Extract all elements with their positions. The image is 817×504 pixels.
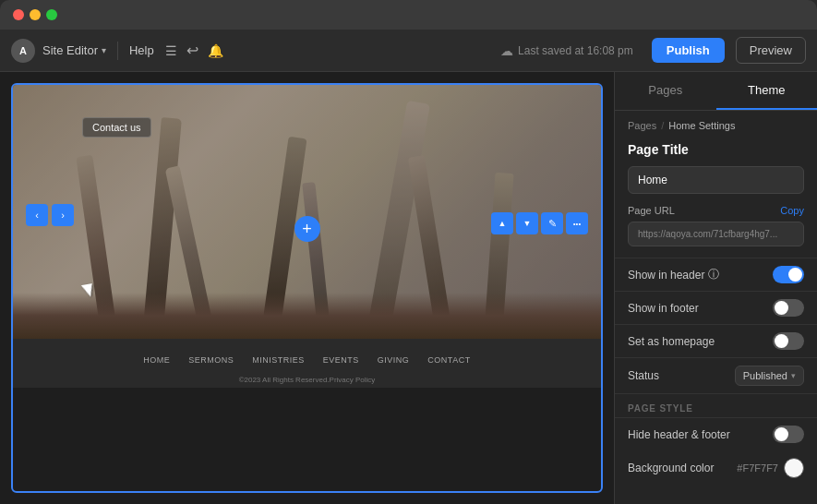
publish-button[interactable]: Publish: [652, 38, 725, 63]
breadcrumb: Pages / Home Settings: [615, 111, 817, 137]
show-in-header-toggle[interactable]: [773, 266, 804, 283]
background-color-swatch[interactable]: [784, 458, 804, 478]
status-row: Status Published ▾: [615, 357, 817, 393]
panel-tabs: Pages Theme: [615, 72, 817, 111]
hide-header-footer-row: Hide header & footer: [615, 417, 817, 450]
page-url-input[interactable]: [628, 222, 804, 246]
footer-nav-ministries[interactable]: MINISTRIES: [252, 355, 305, 365]
more-button[interactable]: •••: [566, 212, 588, 234]
help-button[interactable]: Help: [129, 43, 154, 57]
breadcrumb-separator: /: [661, 120, 664, 131]
status-select[interactable]: Published ▾: [735, 366, 804, 386]
url-field-container: [615, 222, 817, 258]
footer-nav-home[interactable]: HOME: [143, 355, 170, 365]
hide-header-footer-label: Hide header & footer: [628, 428, 773, 441]
footer-nav-contact[interactable]: CONTACT: [427, 355, 470, 365]
panel-content: Pages / Home Settings Page Title Page UR…: [615, 111, 817, 504]
saved-text: Last saved at 16:08 pm: [518, 44, 633, 57]
show-in-footer-row: Show in footer: [615, 291, 817, 324]
info-icon: ⓘ: [708, 267, 719, 282]
toggle-slider-homepage[interactable]: [773, 332, 804, 350]
canvas-area: Contact us ‹ › + ▲ ▼ ✎ •••: [0, 72, 614, 504]
hide-header-footer-toggle[interactable]: [773, 426, 804, 443]
cloud-icon: ☁: [500, 43, 513, 58]
block-actions: ▲ ▼ ✎ •••: [491, 212, 588, 234]
maximize-traffic-light[interactable]: [46, 9, 57, 20]
toggle-slider-header[interactable]: [773, 266, 804, 283]
contact-us-button[interactable]: Contact us: [82, 117, 151, 138]
undo-icon[interactable]: ↩: [186, 42, 198, 59]
close-traffic-light[interactable]: [13, 9, 24, 20]
status-chevron: ▾: [791, 371, 796, 380]
page-title-field-group: [615, 166, 817, 205]
move-up-button[interactable]: ▲: [491, 212, 513, 234]
copy-button[interactable]: Copy: [780, 205, 804, 216]
preview-button[interactable]: Preview: [736, 37, 806, 64]
tab-theme[interactable]: Theme: [716, 72, 818, 110]
set-as-homepage-label: Set as homepage: [628, 335, 773, 348]
site-editor-chevron: ▾: [102, 45, 106, 55]
saved-status: ☁ Last saved at 16:08 pm: [500, 43, 633, 58]
move-down-button[interactable]: ▼: [516, 212, 538, 234]
page-style-divider: PAGE STYLE: [615, 393, 817, 417]
title-bar: [0, 0, 817, 30]
footer-nav-sermons[interactable]: SERMONS: [188, 355, 234, 365]
footer-nav-events[interactable]: EVENTS: [323, 355, 359, 365]
list-icon[interactable]: ☰: [165, 43, 177, 58]
footer-nav: HOME SERMONS MINISTRIES EVENTS GIVING CO…: [13, 339, 601, 372]
logo: A: [11, 39, 35, 63]
toggle-slider-hide-header[interactable]: [773, 426, 804, 443]
breadcrumb-current: Home Settings: [668, 120, 735, 131]
show-in-header-row: Show in header ⓘ: [615, 258, 817, 291]
edit-button[interactable]: ✎: [541, 212, 563, 234]
add-block-button[interactable]: +: [294, 216, 320, 242]
site-editor-label: Site Editor: [42, 43, 98, 57]
next-button[interactable]: ›: [52, 204, 74, 226]
status-label: Status: [628, 369, 735, 382]
minimize-traffic-light[interactable]: [30, 9, 41, 20]
set-as-homepage-toggle[interactable]: [773, 332, 804, 350]
page-url-label: Page URL: [628, 205, 775, 216]
page-title-input[interactable]: [628, 166, 804, 194]
right-panel: Pages Theme Pages / Home Settings Page T…: [614, 72, 817, 504]
toolbar-icons: ☰ ↩ 🔔: [165, 42, 223, 59]
footer-copyright: ©2023 All Rights Reserved.Privacy Policy: [13, 372, 601, 388]
tab-pages[interactable]: Pages: [615, 72, 716, 110]
background-color-value: #F7F7F7: [737, 462, 778, 474]
footer-section: HOME SERMONS MINISTRIES EVENTS GIVING CO…: [13, 339, 601, 388]
set-as-homepage-row: Set as homepage: [615, 324, 817, 357]
app-window: A Site Editor ▾ Help ☰ ↩ 🔔 ☁ Last saved …: [0, 30, 817, 504]
divider-1: [117, 42, 118, 60]
breadcrumb-parent[interactable]: Pages: [628, 120, 656, 131]
prev-button[interactable]: ‹: [26, 204, 48, 226]
show-in-header-label: Show in header ⓘ: [628, 267, 773, 282]
background-color-row: Background color #F7F7F7: [615, 450, 817, 486]
bell-icon[interactable]: 🔔: [208, 43, 223, 58]
nav-controls: ‹ ›: [26, 204, 74, 226]
toolbar: A Site Editor ▾ Help ☰ ↩ 🔔 ☁ Last saved …: [0, 30, 817, 72]
content-area: Contact us ‹ › + ▲ ▼ ✎ •••: [0, 72, 817, 504]
toggle-slider-footer[interactable]: [773, 299, 804, 317]
background-color-label: Background color: [628, 462, 737, 474]
page-url-row: Page URL Copy: [615, 205, 817, 222]
site-editor-dropdown[interactable]: Site Editor ▾: [42, 43, 106, 57]
status-value: Published: [743, 370, 787, 381]
show-in-footer-label: Show in footer: [628, 302, 773, 315]
footer-nav-giving[interactable]: GIVING: [378, 355, 410, 365]
page-title-section: Page Title: [615, 137, 817, 166]
canvas-frame: Contact us ‹ › + ▲ ▼ ✎ •••: [11, 83, 603, 493]
show-in-footer-toggle[interactable]: [773, 299, 804, 317]
